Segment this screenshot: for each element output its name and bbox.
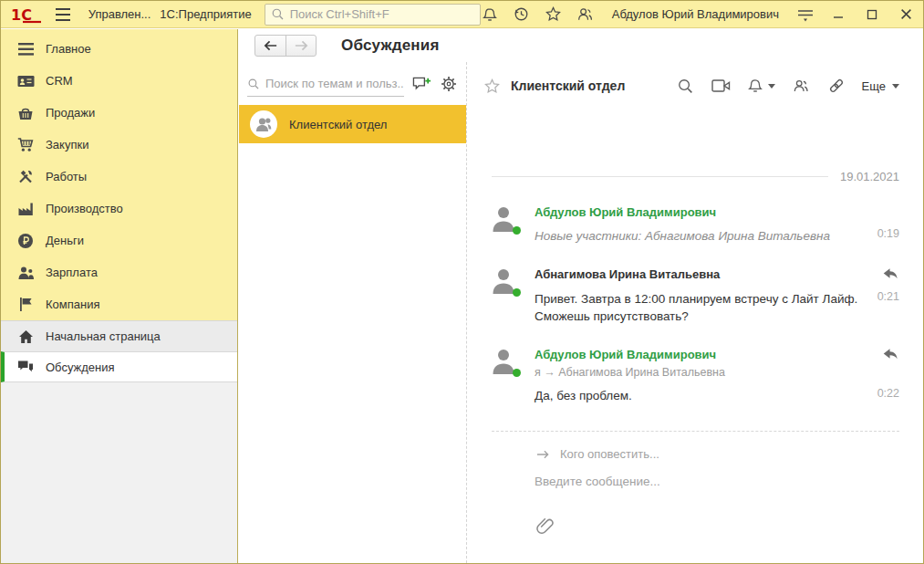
sidebar-item-company[interactable]: Компания [1,288,237,320]
minimize-button[interactable] [828,5,848,24]
date-label: 19.01.2021 [840,170,899,183]
main-area: Обсуждения [239,29,923,563]
chat-panel: Клиентский отдел [467,62,923,563]
people-icon [16,264,35,282]
chat-search-icon[interactable] [676,76,696,96]
gear-icon[interactable] [439,74,459,94]
message-time: 0:22 [867,387,899,405]
tab-home-page[interactable]: Начальная страница [1,320,237,351]
sidebar-item-salary[interactable]: Зарплата [1,256,237,288]
notifications-bell-icon[interactable] [481,5,499,24]
menu-lines-icon [16,40,35,58]
close-button[interactable] [896,5,916,24]
tools-icon [16,168,35,186]
message-author[interactable]: Абдулов Юрий Владимирович [535,348,716,361]
chat-notifications-control[interactable] [747,78,775,94]
chat-message: Абдулов Юрий Владимирович Новые участник… [492,205,899,245]
global-search-field[interactable] [265,4,481,26]
date-divider: 19.01.2021 [492,170,899,183]
chat-toolbar: Еще [676,76,899,96]
tab-discussions[interactable]: Обсуждения [1,351,237,382]
online-status-dot [513,369,521,377]
link-icon[interactable] [826,76,846,96]
message-text: Привет. Завтра в 12:00 планируем встречу… [535,290,867,326]
current-user-name[interactable]: Абдулов Юрий Владимирович [612,7,779,21]
favorites-star-icon[interactable] [545,5,563,24]
chevron-down-icon [892,84,899,89]
compose-separator [492,431,899,432]
app-window: 1С Управлен...1С:Предприятие [0,0,924,564]
avatar [492,205,519,236]
ruble-coin-icon [16,232,35,250]
cart-icon [16,136,35,154]
navigation-toolbar: Обсуждения [239,29,923,62]
sidebar-item-label: Зарплата [46,266,98,279]
reply-icon[interactable] [881,267,899,282]
favorite-star-icon[interactable] [483,78,501,95]
service-menu-icon[interactable] [796,5,815,24]
flag-icon [16,296,35,314]
discussion-list-item[interactable]: Клиентский отдел [239,105,466,143]
chat-title: Клиентский отдел [511,78,625,93]
message-author[interactable]: Абнагимова Ирина Витальевна [535,267,720,281]
main-menu-icon[interactable] [56,8,70,21]
discussions-search-row [239,70,466,98]
search-icon [271,7,285,21]
forward-button[interactable] [286,36,316,56]
attach-row [492,515,899,537]
sidebar-item-money[interactable]: Деньги [1,225,237,256]
history-nav-buttons [254,35,317,57]
sidebar-item-works[interactable]: Работы [1,161,237,193]
history-icon[interactable] [513,5,531,24]
chat-bubbles-icon [16,358,35,376]
avatar [492,348,519,379]
page-title: Обсуждения [341,37,440,55]
video-call-icon[interactable] [711,76,732,96]
online-status-dot [513,226,521,235]
sidebar-item-label: Главное [46,42,91,56]
paperclip-icon[interactable] [535,515,899,537]
notify-input[interactable] [560,447,797,461]
discussions-search-input[interactable] [265,77,404,90]
avatar [492,267,519,298]
tab-label: Обсуждения [46,360,115,374]
message-text: Да, без проблем. [535,387,632,405]
users-icon[interactable] [576,5,595,24]
config-name: Управлен... [88,7,151,21]
participants-icon[interactable] [791,76,811,96]
new-discussion-icon[interactable] [411,74,431,94]
message-recipients: я → Абнагимова Ирина Витальевна [535,366,899,379]
sidebar-item-label: Компания [46,298,100,311]
sidebar-item-production[interactable]: Производство [1,193,237,225]
more-button[interactable]: Еще [862,79,899,93]
message-author[interactable]: Абдулов Юрий Владимирович [535,205,716,219]
sidebar-item-label: Деньги [46,234,84,247]
notify-arrow-icon [536,449,550,460]
contact-card-icon [16,72,35,90]
sidebar-item-purchases[interactable]: Закупки [1,129,237,161]
sidebar: Главное CRM Продажи Закупки [1,29,238,563]
notify-row [492,447,899,461]
reply-icon[interactable] [881,348,899,362]
tab-label: Начальная страница [46,329,161,343]
sidebar-item-label: Закупки [46,138,88,151]
1c-logo: 1С [10,5,45,25]
sidebar-item-crm[interactable]: CRM [1,65,237,97]
message-input-row [492,475,899,488]
sidebar-item-label: CRM [46,74,73,88]
back-button[interactable] [255,36,286,56]
sidebar-item-sales[interactable]: Продажи [1,97,237,129]
discussions-search-field[interactable] [247,71,404,97]
sidebar-item-main[interactable]: Главное [1,33,237,65]
maximize-button[interactable] [862,5,882,24]
more-label: Еще [862,79,886,93]
chevron-down-icon [768,84,775,89]
search-icon [247,78,260,90]
window-title: Управлен...1С:Предприятие [88,7,252,21]
global-search-input[interactable] [290,7,474,21]
bell-icon [747,78,763,94]
sidebar-item-label: Продажи [46,106,95,120]
topbar: 1С Управлен...1С:Предприятие [1,1,923,28]
message-input[interactable] [535,475,863,488]
factory-icon [16,200,35,218]
